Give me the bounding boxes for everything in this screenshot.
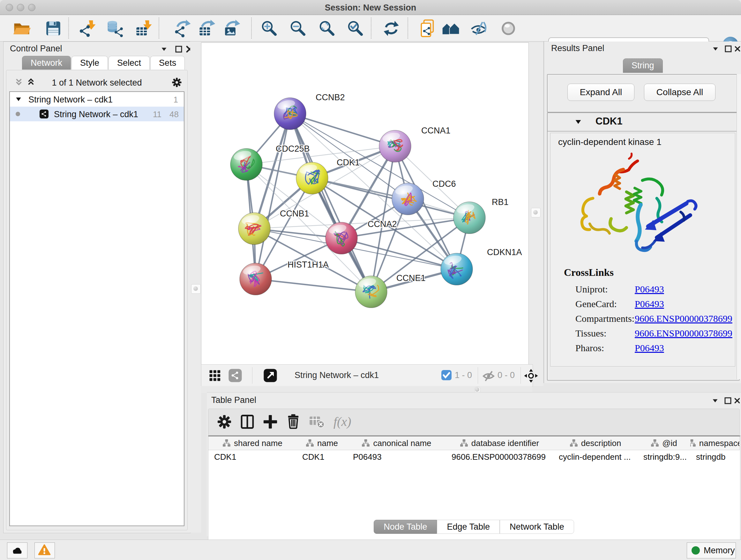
node-CCNE1[interactable]: CCNE1 (355, 273, 426, 308)
tab-sets[interactable]: Sets (150, 56, 185, 70)
results-scrollbar[interactable] (737, 74, 741, 379)
cloud-icon (7, 553, 26, 558)
import-network-from-database-icon[interactable] (106, 19, 125, 38)
tab-edge-table[interactable]: Edge Table (437, 520, 500, 534)
gray-sphere-icon[interactable] (499, 19, 518, 38)
node-CDKN1A[interactable]: CDKN1A (441, 247, 522, 285)
panel-menu-icon[interactable] (711, 44, 720, 54)
selected-checkbox[interactable] (441, 370, 452, 380)
network-row-selected[interactable]: String Network – cdk1 11 48 (10, 107, 184, 121)
panel-menu-icon[interactable] (159, 44, 169, 54)
column-header-name[interactable]: name (296, 436, 347, 450)
table-cell[interactable]: 9606.ENSP00000378699 (446, 450, 553, 463)
birds-eye-view-icon[interactable] (208, 368, 222, 382)
close-panel-icon[interactable] (734, 44, 741, 54)
copy-documents-icon[interactable] (419, 19, 438, 38)
crosslinks-heading: CrossLinks (564, 266, 614, 278)
toolbar-separator (521, 367, 521, 384)
right-splitter[interactable] (529, 43, 543, 386)
save-session-icon[interactable] (44, 19, 63, 38)
node-CDC6[interactable]: CDC6 (392, 179, 456, 215)
crosslink-link[interactable]: 9606.ENSP00000378699 (635, 328, 732, 339)
table-cell[interactable]: stringdb (690, 450, 739, 463)
node-count: 11 (153, 110, 161, 119)
fit-content-crosshair-icon[interactable] (524, 368, 538, 383)
node-RB1[interactable]: RB1 (454, 197, 509, 234)
zoom-fit-icon[interactable] (318, 19, 336, 38)
string-network-graph[interactable]: CCNB2 CCNA1 CDC25B CDK1 CDC6 RB1 CCNB1 C… (201, 43, 529, 364)
tab-style[interactable]: Style (71, 56, 108, 70)
warnings-button[interactable] (35, 543, 55, 558)
left-splitter[interactable] (190, 42, 201, 533)
edge[interactable] (290, 114, 395, 146)
network-overview-icon[interactable] (228, 368, 242, 382)
network-manager: 1 of 1 Network selected String Network –… (6, 70, 188, 530)
column-header-shared-name[interactable]: shared name (208, 436, 297, 450)
crosslink-link[interactable]: P06493 (635, 284, 664, 295)
export-network-icon[interactable] (173, 19, 192, 38)
tab-network[interactable]: Network (22, 56, 71, 70)
detach-view-icon[interactable] (263, 368, 277, 382)
import-table-icon[interactable] (135, 19, 153, 38)
crosslink-link[interactable]: 9606.ENSP00000378699 (635, 313, 732, 324)
open-session-icon[interactable] (13, 19, 31, 38)
network-view-canvas[interactable]: CCNB2 CCNA1 CDC25B CDK1 CDC6 RB1 CCNB1 C… (201, 43, 529, 365)
float-panel-icon[interactable] (723, 396, 733, 406)
float-panel-icon[interactable] (724, 44, 733, 54)
left-splitter-handle[interactable] (191, 284, 201, 294)
import-network-icon[interactable] (78, 19, 97, 38)
collapse-triangle-icon[interactable] (575, 118, 582, 126)
column-header-description[interactable]: description (553, 436, 638, 450)
tab-node-table[interactable]: Node Table (374, 520, 437, 534)
memory-button[interactable]: Memory (687, 543, 736, 558)
crosslink-link[interactable]: P06493 (635, 299, 664, 309)
table-cell[interactable]: CDK1 (296, 450, 347, 463)
collapse-all-button[interactable]: Collapse All (644, 84, 716, 101)
column-header-namespace[interactable]: namespace (690, 436, 740, 450)
zoom-selected-icon[interactable] (346, 19, 364, 38)
string-protein-query-icon[interactable] (442, 19, 460, 38)
node-CCNA1[interactable]: CCNA1 (379, 126, 451, 162)
delete-column-icon[interactable] (285, 414, 301, 430)
float-panel-icon[interactable] (174, 44, 184, 54)
table-cell[interactable]: stringdb:9... (637, 450, 690, 463)
node-label: CDKN1A (487, 247, 522, 257)
gene-section-header[interactable]: CDK1 (548, 113, 738, 132)
expand-all-button[interactable]: Expand All (567, 84, 634, 101)
network-options-gear-icon[interactable] (171, 77, 183, 88)
collapse-triangle-icon[interactable] (15, 96, 22, 103)
tab-select[interactable]: Select (109, 56, 150, 70)
tab-string[interactable]: String (623, 58, 663, 73)
tab-network-table[interactable]: Network Table (500, 520, 574, 534)
column-header-database-identifier[interactable]: database identifier (446, 436, 553, 450)
table-cell[interactable]: P06493 (347, 450, 446, 463)
column-header-@id[interactable]: @id (637, 436, 690, 450)
control-panel-tabs: NetworkStyleSelectSets (22, 56, 185, 69)
cloud-button[interactable] (7, 543, 27, 558)
gene-symbol: CDK1 (596, 116, 622, 127)
edge[interactable] (256, 279, 371, 292)
edge[interactable] (256, 114, 290, 279)
crosslink-row: Compartments:9606.ENSP00000378699 (550, 313, 729, 328)
node-CCNA2[interactable]: CCNA2 (326, 219, 397, 254)
zoom-out-icon[interactable] (288, 19, 307, 38)
export-table-icon[interactable] (198, 19, 216, 38)
network-collection-row[interactable]: String Network – cdk1 1 (10, 92, 184, 107)
table-options-gear-icon[interactable] (216, 414, 232, 430)
zoom-in-icon[interactable] (260, 19, 278, 38)
apply-layout-icon[interactable] (382, 19, 401, 38)
export-image-icon[interactable] (223, 19, 241, 38)
node-label: CCNB1 (280, 209, 309, 219)
close-panel-icon[interactable] (733, 396, 741, 406)
panel-menu-icon[interactable] (711, 396, 720, 406)
node-CCNB2[interactable]: CCNB2 (274, 92, 345, 130)
crosslink-link[interactable]: P06493 (635, 343, 664, 354)
node-label: CCNE1 (396, 273, 426, 283)
show-columns-icon[interactable] (239, 414, 256, 430)
table-cell[interactable]: CDK1 (208, 450, 296, 463)
hide-glass-icon[interactable] (470, 19, 488, 38)
right-splitter-handle[interactable] (531, 208, 541, 217)
column-header-canonical-name[interactable]: canonical name (347, 436, 446, 450)
create-column-icon[interactable] (262, 414, 279, 430)
table-cell[interactable]: cyclin-dependent ... (553, 450, 637, 463)
